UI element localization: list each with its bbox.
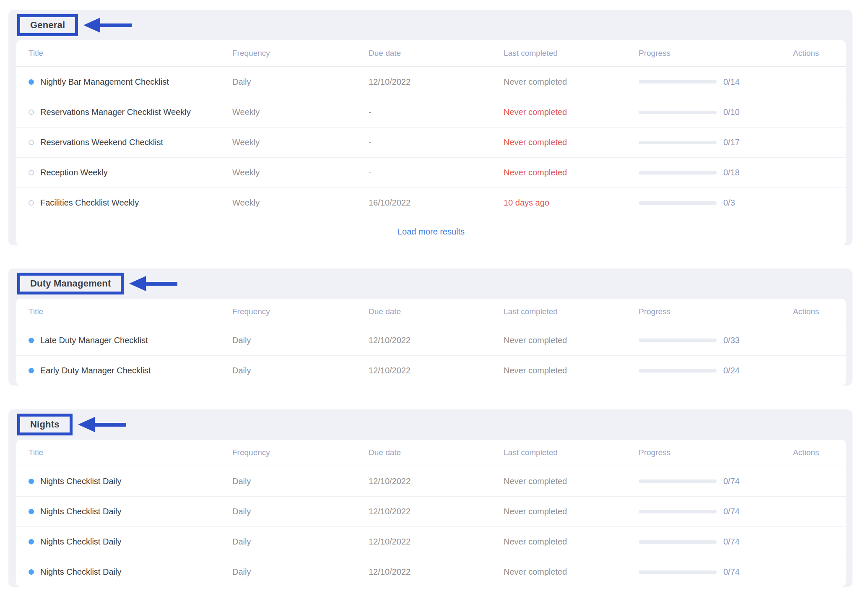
column-header-due-date: Due date [369,307,504,316]
checklist-row[interactable]: Early Duty Manager Checklist Daily 12/10… [16,355,846,386]
status-dot-icon [29,368,34,373]
checklist-row[interactable]: Nights Checklist Daily Daily 12/10/2022 … [16,557,846,587]
progress-cell: 0/24 [639,366,777,375]
annotation-highlight-box: General [17,14,78,36]
section-title: Duty Management [30,278,111,289]
column-header-due-date: Due date [369,49,504,58]
due-date-cell: 12/10/2022 [369,336,504,345]
frequency-cell: Weekly [232,138,369,147]
progress-cell: 0/74 [639,477,777,486]
last-completed-cell: Never completed [504,567,639,577]
table-body: Late Duty Manager Checklist Daily 12/10/… [16,325,846,386]
progress-bar [639,571,717,574]
annotation-arrow-left-icon [83,18,132,33]
checklist-title: Reservations Weekend Checklist [40,138,163,147]
due-date-cell: 12/10/2022 [369,567,504,577]
progress-bar [639,540,717,544]
progress-bar [639,510,717,513]
checklist-row[interactable]: Reception Weekly Weekly - Never complete… [16,157,846,188]
section-title: General [30,20,65,31]
table-body: Nightly Bar Management Checklist Daily 1… [16,67,846,218]
progress-count: 0/74 [723,507,740,516]
title-cell: Nights Checklist Daily [16,567,232,577]
checklist-section: General TitleFrequencyDue dateLast compl… [8,10,852,245]
last-completed-cell: 10 days ago [504,198,639,208]
load-more-button[interactable]: Load more results [398,227,465,237]
status-dot-icon [29,200,34,206]
section-header: Nights [8,409,852,440]
column-header-title: Title [16,448,232,457]
progress-cell: 0/3 [639,198,777,208]
due-date-cell: 12/10/2022 [369,537,504,547]
checklist-row[interactable]: Late Duty Manager Checklist Daily 12/10/… [16,325,846,355]
title-cell: Nights Checklist Daily [16,537,232,547]
checklist-row[interactable]: Facilities Checklist Weekly Weekly 16/10… [16,188,846,218]
table-header-row: TitleFrequencyDue dateLast completedProg… [16,440,846,466]
annotation-highlight-box: Duty Management [17,273,124,294]
progress-bar [639,369,717,373]
due-date-cell: 16/10/2022 [369,198,504,208]
column-header-actions: Actions [777,448,846,457]
title-cell: Nightly Bar Management Checklist [16,77,232,87]
status-dot-icon [29,170,34,175]
checklist-row[interactable]: Reservations Weekend Checklist Weekly - … [16,127,846,157]
arrow-tail [94,423,126,427]
frequency-cell: Weekly [232,107,369,117]
progress-count: 0/33 [723,336,740,345]
checklist-row[interactable]: Nightly Bar Management Checklist Daily 1… [16,67,846,97]
column-header-frequency: Frequency [232,448,369,457]
column-header-title: Title [16,49,232,58]
title-cell: Late Duty Manager Checklist [16,336,232,345]
progress-count: 0/14 [723,77,740,87]
frequency-cell: Daily [232,507,369,516]
annotation-arrow-left-icon [78,417,126,432]
checklist-section: Duty Management TitleFrequencyDue dateLa… [8,268,852,386]
checklist-title: Nights Checklist Daily [40,477,121,486]
status-dot-icon [29,479,34,484]
arrow-tail [100,23,132,27]
last-completed-cell: Never completed [504,107,639,117]
checklist-row[interactable]: Nights Checklist Daily Daily 12/10/2022 … [16,496,846,526]
arrow-head-icon [78,417,95,432]
column-header-last-completed: Last completed [504,49,639,58]
frequency-cell: Daily [232,366,369,375]
due-date-cell: 12/10/2022 [369,477,504,486]
checklist-title: Nights Checklist Daily [40,567,121,577]
checklist-section: Nights TitleFrequencyDue dateLast comple… [8,409,852,587]
checklist-title: Late Duty Manager Checklist [40,336,148,345]
arrow-head-icon [129,276,146,291]
progress-bar [639,201,717,205]
progress-bar [639,141,717,144]
checklist-title: Early Duty Manager Checklist [40,366,151,375]
progress-count: 0/24 [723,366,740,375]
due-date-cell: 12/10/2022 [369,366,504,375]
due-date-cell: - [369,168,504,177]
title-cell: Reservations Manager Checklist Weekly [16,107,232,117]
column-header-last-completed: Last completed [504,307,639,316]
progress-cell: 0/17 [639,138,777,147]
load-more-row: Load more results [16,218,846,245]
last-completed-cell: Never completed [504,537,639,547]
title-cell: Reservations Weekend Checklist [16,138,232,147]
last-completed-cell: Never completed [504,477,639,486]
last-completed-cell: Never completed [504,77,639,87]
section-header: General [8,10,852,40]
due-date-cell: - [369,138,504,147]
table-header-row: TitleFrequencyDue dateLast completedProg… [16,299,846,325]
frequency-cell: Daily [232,567,369,577]
checklist-row[interactable]: Reservations Manager Checklist Weekly We… [16,97,846,127]
column-header-last-completed: Last completed [504,448,639,457]
frequency-cell: Daily [232,537,369,547]
progress-count: 0/3 [723,198,735,208]
progress-bar [639,111,717,114]
frequency-cell: Daily [232,477,369,486]
column-header-title: Title [16,307,232,316]
checklist-row[interactable]: Nights Checklist Daily Daily 12/10/2022 … [16,466,846,496]
status-dot-icon [29,539,34,544]
progress-cell: 0/74 [639,507,777,516]
due-date-cell: 12/10/2022 [369,77,504,87]
checklist-row[interactable]: Nights Checklist Daily Daily 12/10/2022 … [16,526,846,557]
progress-cell: 0/18 [639,168,777,177]
checklist-table-card: TitleFrequencyDue dateLast completedProg… [16,440,846,587]
section-header: Duty Management [8,268,852,299]
